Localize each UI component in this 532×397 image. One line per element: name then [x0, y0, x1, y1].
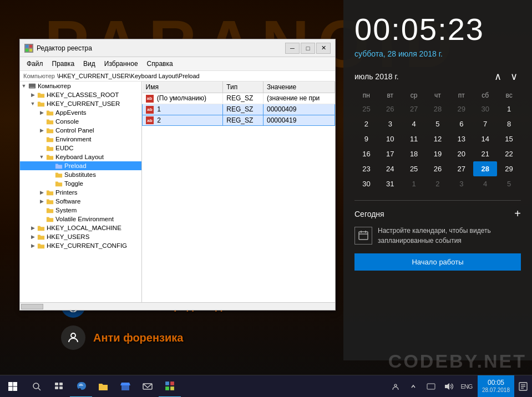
calendar-day[interactable]: 16 [354, 146, 378, 161]
calendar-day[interactable]: 29 [449, 101, 473, 116]
tree-item-toggle[interactable]: Toggle [20, 179, 141, 188]
taskbar-taskview-button[interactable] [48, 375, 70, 398]
close-button[interactable]: ✕ [316, 43, 331, 54]
calendar-day[interactable]: 26 [426, 161, 450, 176]
tree-item-substitutes[interactable]: Substitutes [20, 170, 141, 179]
horizontal-scrollbar[interactable] [20, 302, 335, 310]
calendar-day[interactable]: 2 [354, 116, 378, 131]
menu-file[interactable]: Файл [22, 58, 48, 69]
calendar-day[interactable]: 24 [378, 161, 402, 176]
calendar-day[interactable]: 6 [449, 116, 473, 131]
calendar-day[interactable]: 2 [426, 176, 450, 191]
tree-item-keyboard-layout[interactable]: ▼ Keyboard Layout [20, 152, 141, 161]
calendar-day[interactable]: 23 [354, 161, 378, 176]
tree-item-users[interactable]: ▶ HKEY_USERS [20, 232, 141, 241]
registry-tree[interactable]: ▼ Компьютер ▶ HKEY_CLASSES_ROOT ▼ [20, 82, 142, 302]
start-button[interactable] [0, 375, 26, 398]
calendar-day[interactable]: 14 [473, 131, 497, 146]
calendar-day[interactable]: 30 [354, 176, 378, 191]
tree-item-computer[interactable]: ▼ Компьютер [20, 82, 141, 90]
scrollbar-thumb[interactable] [21, 304, 43, 309]
tree-item-software[interactable]: ▶ Software [20, 197, 141, 206]
taskbar-registry-button[interactable] [159, 375, 181, 398]
svg-rect-23 [59, 386, 63, 389]
calendar-day[interactable]: 26 [378, 101, 402, 116]
tree-item-current-config[interactable]: ▶ HKEY_CURRENT_CONFIG [20, 241, 141, 250]
col-type[interactable]: Тип [223, 82, 264, 93]
tree-item-environment[interactable]: Environment [20, 135, 141, 144]
tree-item-printers[interactable]: ▶ Printers [20, 188, 141, 197]
language-indicator[interactable]: ENG [459, 375, 474, 398]
registry-table: Имя Тип Значение ab (По умолчанию) REG_S… [142, 82, 335, 126]
calendar-day[interactable]: 11 [402, 131, 426, 146]
calendar-day[interactable]: 7 [473, 116, 497, 131]
calendar-day[interactable]: 5 [497, 176, 521, 191]
maximize-button[interactable]: □ [301, 43, 315, 54]
calendar-day[interactable]: 4 [402, 116, 426, 131]
keyboard-icon[interactable] [423, 375, 439, 398]
calendar-day[interactable]: 25 [402, 161, 426, 176]
taskbar-explorer-button[interactable] [92, 375, 114, 398]
calendar-day[interactable]: 18 [402, 146, 426, 161]
calendar-day[interactable]: 3 [378, 116, 402, 131]
calendar-day[interactable]: 31 [378, 176, 402, 191]
menu-edit[interactable]: Правка [48, 58, 79, 69]
tree-item-eudc[interactable]: EUDC [20, 144, 141, 152]
tree-item-appevents[interactable]: ▶ AppEvents [20, 108, 141, 117]
calendar-day[interactable]: 29 [497, 161, 521, 176]
calendar-day[interactable]: 13 [449, 131, 473, 146]
tree-item-volatile[interactable]: Volatile Environment [20, 215, 141, 223]
taskbar-search-button[interactable] [26, 375, 48, 398]
network-icon[interactable] [388, 375, 403, 398]
expand-icon: ▼ [29, 100, 37, 108]
taskbar-store-button[interactable] [114, 375, 136, 398]
calendar-day[interactable]: 5 [426, 116, 450, 131]
taskbar-mail-button[interactable] [136, 375, 159, 398]
folder-icon [37, 242, 45, 250]
calendar-day[interactable]: 30 [473, 101, 497, 116]
start-work-button[interactable]: Начало работы [354, 253, 521, 271]
col-name[interactable]: Имя [143, 82, 223, 93]
tree-item-controlpanel[interactable]: ▶ Control Panel [20, 126, 141, 135]
tree-item-system[interactable]: System [20, 206, 141, 215]
tree-item-classes-root[interactable]: ▶ HKEY_CLASSES_ROOT [20, 90, 141, 99]
col-value[interactable]: Значение [263, 82, 335, 93]
calendar-day[interactable]: 10 [378, 131, 402, 146]
calendar-day[interactable]: 25 [354, 101, 378, 116]
chevron-up-icon[interactable] [406, 375, 421, 398]
taskbar-edge-button[interactable] [70, 375, 92, 398]
tree-item-preload[interactable]: Preload [20, 161, 141, 170]
calendar-day[interactable]: 27 [449, 161, 473, 176]
calendar-prev-button[interactable]: ∧ [491, 69, 505, 84]
menu-favorites[interactable]: Избранное [100, 58, 143, 69]
calendar-day[interactable]: 22 [497, 146, 521, 161]
tree-item-current-user[interactable]: ▼ HKEY_CURRENT_USER [20, 99, 141, 108]
calendar-day[interactable]: 12 [426, 131, 450, 146]
reg-value-2: 00000419 [263, 115, 335, 126]
taskbar-clock[interactable]: 00:05 28.07.2018 [478, 375, 514, 398]
add-event-button[interactable]: + [514, 207, 521, 220]
minimize-button[interactable]: ─ [285, 43, 300, 54]
calendar-day[interactable]: 4 [473, 176, 497, 191]
menu-view[interactable]: Вид [79, 58, 100, 69]
calendar-day[interactable]: 9 [354, 131, 378, 146]
calendar-day[interactable]: 27 [402, 101, 426, 116]
notification-button[interactable] [514, 375, 532, 398]
calendar-day[interactable]: 15 [497, 131, 521, 146]
tree-item-local-machine[interactable]: ▶ HKEY_LOCAL_MACHINE [20, 223, 141, 232]
calendar-day[interactable]: 3 [449, 176, 473, 191]
calendar-day[interactable]: 1 [497, 101, 521, 116]
calendar-day[interactable]: 20 [449, 146, 473, 161]
volume-icon[interactable] [441, 375, 457, 398]
calendar-day[interactable]: 21 [473, 146, 497, 161]
calendar-day[interactable]: 28 [426, 101, 450, 116]
svg-rect-22 [55, 386, 58, 389]
calendar-day[interactable]: 17 [378, 146, 402, 161]
tree-item-console[interactable]: Console [20, 117, 141, 126]
calendar-day-today[interactable]: 28 [473, 161, 497, 176]
menu-help[interactable]: Справка [143, 58, 178, 69]
calendar-day[interactable]: 19 [426, 146, 450, 161]
calendar-next-button[interactable]: ∨ [507, 69, 521, 84]
calendar-day[interactable]: 1 [402, 176, 426, 191]
calendar-day[interactable]: 8 [497, 116, 521, 131]
